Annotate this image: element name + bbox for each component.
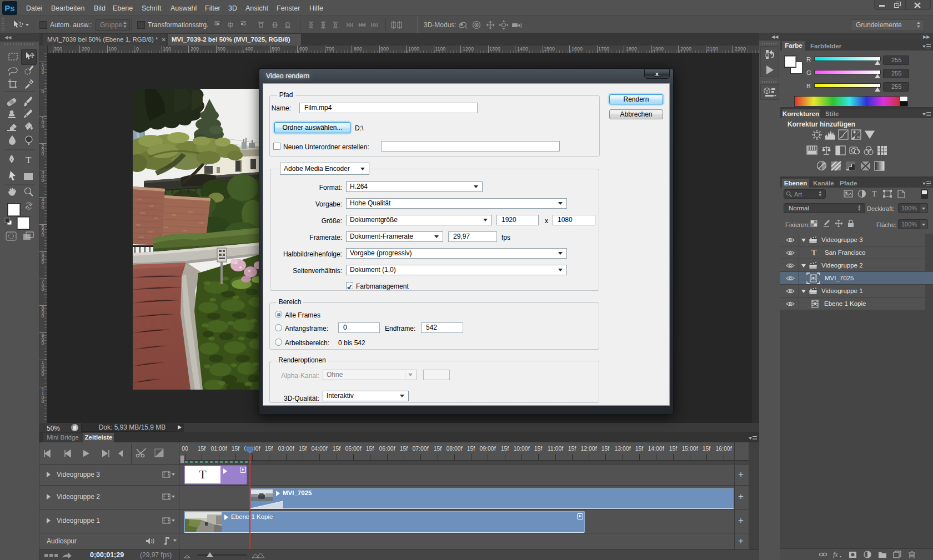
svg-text:fx: fx xyxy=(833,551,838,558)
svg-text:T: T xyxy=(872,190,877,198)
svg-text:T: T xyxy=(26,155,32,165)
